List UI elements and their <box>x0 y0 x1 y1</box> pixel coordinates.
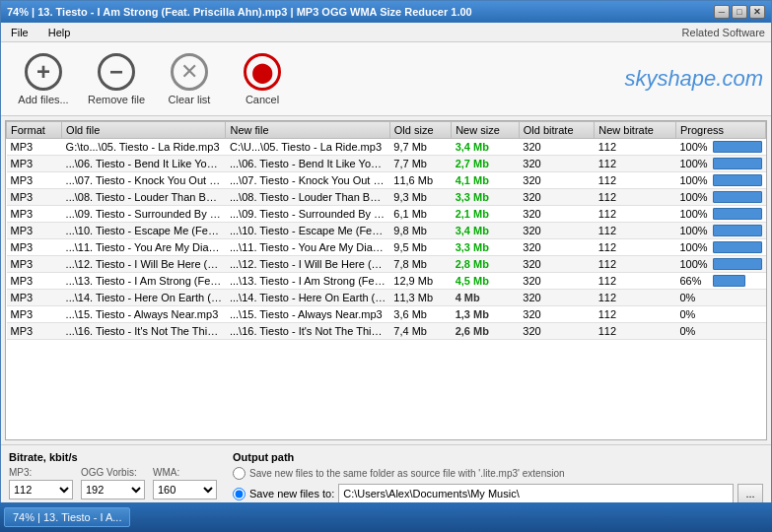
add-files-button[interactable]: + Add files... <box>9 48 78 109</box>
cell-format: MP3 <box>7 239 62 256</box>
cell-old-size: 3,6 Mb <box>389 306 451 323</box>
cell-old-bitrate: 320 <box>519 256 594 273</box>
minimize-button[interactable]: ─ <box>714 5 730 19</box>
remove-file-button[interactable]: − Remove file <box>82 48 151 109</box>
mp3-select[interactable]: 112 <box>9 480 73 499</box>
progress-bar-fill <box>713 208 762 220</box>
table-row[interactable]: MP3 ...\08. Tiesto - Louder Than Boon ..… <box>7 189 766 206</box>
output-radio-2-label: Save new files to: <box>249 488 334 499</box>
table-row[interactable]: MP3 G:\to...\05. Tiesto - La Ride.mp3 C:… <box>7 139 766 156</box>
progress-bar-fill <box>713 158 762 169</box>
table-row[interactable]: MP3 ...\09. Tiesto - Surrounded By Lig..… <box>7 206 766 223</box>
cell-old-bitrate: 320 <box>519 189 594 206</box>
cell-new-size: 4 Mb <box>452 290 520 306</box>
table-row[interactable]: MP3 ...\14. Tiesto - Here On Earth (Fe..… <box>7 290 766 306</box>
cell-new-bitrate: 112 <box>595 139 676 156</box>
table-scroll[interactable]: Format Old file New file Old size New si… <box>6 121 766 439</box>
wma-label: WMA: <box>153 467 217 478</box>
cell-new-file: ...\15. Tiesto - Always Near.mp3 <box>226 306 389 323</box>
output-path-input[interactable] <box>338 484 734 503</box>
cell-progress: 100% <box>676 189 766 206</box>
cell-progress: 100% <box>676 156 766 172</box>
wma-bitrate-group: WMA: 160 <box>153 467 217 499</box>
cell-format: MP3 <box>7 189 62 206</box>
cell-old-size: 9,8 Mb <box>389 223 451 239</box>
table-row[interactable]: MP3 ...\06. Tiesto - Bend It Like You D.… <box>7 156 766 172</box>
clear-list-button[interactable]: ✕ Clear list <box>155 48 224 109</box>
window-title: 74% | 13. Tiesto - I Am Strong (Feat. Pr… <box>7 6 472 18</box>
cell-new-bitrate: 112 <box>595 290 676 306</box>
table-row[interactable]: MP3 ...\07. Tiesto - Knock You Out (Fe..… <box>7 172 766 189</box>
cell-format: MP3 <box>7 256 62 273</box>
cancel-button[interactable]: ⬤ Cancel <box>228 48 297 109</box>
output-radio-1[interactable] <box>233 467 246 480</box>
add-files-label: Add files... <box>18 94 68 105</box>
related-software-link[interactable]: Related Software <box>682 27 765 38</box>
progress-bar-fill <box>713 174 762 186</box>
table-row[interactable]: MP3 ...\10. Tiesto - Escape Me (Feat....… <box>7 223 766 239</box>
table-row[interactable]: MP3 ...\12. Tiesto - I Will Be Here (Fe.… <box>7 256 766 273</box>
cell-old-bitrate: 320 <box>519 206 594 223</box>
cell-old-size: 9,5 Mb <box>389 239 451 256</box>
table-row[interactable]: MP3 ...\11. Tiesto - You Are My Diamo...… <box>7 239 766 256</box>
cell-new-size: 4,5 Mb <box>452 273 520 290</box>
cell-new-size: 3,3 Mb <box>452 239 520 256</box>
table-row[interactable]: MP3 ...\16. Tiesto - It's Not The Thing.… <box>7 323 766 340</box>
wma-select[interactable]: 160 <box>153 480 217 499</box>
cell-progress: 100% <box>676 139 766 156</box>
cell-new-bitrate: 112 <box>595 256 676 273</box>
cell-old-size: 9,3 Mb <box>389 189 451 206</box>
progress-text: 100% <box>680 141 710 153</box>
cancel-circle-icon: ⬤ <box>244 53 281 91</box>
progress-text: 100% <box>680 158 710 169</box>
ogg-label: OGG Vorbis: <box>81 467 145 478</box>
cell-new-size: 2,1 Mb <box>452 206 520 223</box>
cell-new-file: C:\U...\05. Tiesto - La Ride.mp3 <box>226 139 389 156</box>
menu-file[interactable]: File <box>7 25 33 40</box>
cell-progress: 100% <box>676 223 766 239</box>
table-row[interactable]: MP3 ...\15. Tiesto - Always Near.mp3 ...… <box>7 306 766 323</box>
taskbar-item[interactable]: 74% | 13. Tiesto - I A... <box>4 507 130 527</box>
close-button[interactable]: ✕ <box>749 5 765 19</box>
cell-old-bitrate: 320 <box>519 306 594 323</box>
progress-bar-fill <box>713 191 762 203</box>
cell-old-bitrate: 320 <box>519 172 594 189</box>
cell-new-bitrate: 112 <box>595 239 676 256</box>
cell-old-bitrate: 320 <box>519 239 594 256</box>
remove-circle-icon: − <box>98 53 135 91</box>
cell-format: MP3 <box>7 172 62 189</box>
cell-new-bitrate: 112 <box>595 156 676 172</box>
table-row[interactable]: MP3 ...\13. Tiesto - I Am Strong (Feat..… <box>7 273 766 290</box>
menu-help[interactable]: Help <box>44 25 75 40</box>
cell-old-bitrate: 320 <box>519 156 594 172</box>
progress-bar-fill <box>713 141 762 153</box>
cell-old-file: ...\09. Tiesto - Surrounded By Lig... <box>62 206 226 223</box>
cancel-icon-wrap: ⬤ <box>243 52 282 92</box>
cell-format: MP3 <box>7 323 62 340</box>
clear-circle-icon: ✕ <box>171 53 208 91</box>
cell-new-file: ...\12. Tiesto - I Will Be Here (Fe... <box>226 256 389 273</box>
cell-new-file: ...\09. Tiesto - Surrounded By Lig... <box>226 206 389 223</box>
bitrate-controls: MP3: 112 OGG Vorbis: 192 WMA: <box>9 467 217 499</box>
progress-text: 100% <box>680 241 710 253</box>
cell-new-file: ...\11. Tiesto - You Are My Diamo... <box>226 239 389 256</box>
maximize-button[interactable]: □ <box>732 5 747 19</box>
cell-progress: 0% <box>676 323 766 340</box>
output-radio-1-label: Save new files to the same folder as sou… <box>249 468 565 479</box>
browse-button[interactable]: ... <box>737 484 763 503</box>
cell-new-bitrate: 112 <box>595 206 676 223</box>
ogg-select[interactable]: 192 <box>81 480 145 499</box>
output-radio-2[interactable] <box>233 488 246 500</box>
progress-text: 100% <box>680 258 710 270</box>
progress-text: 0% <box>680 308 710 320</box>
progress-text: 100% <box>680 208 710 220</box>
add-icon: + <box>24 52 63 92</box>
cell-progress: 100% <box>676 172 766 189</box>
cell-old-file: ...\14. Tiesto - Here On Earth (Fe... <box>62 290 226 306</box>
file-table-container: Format Old file New file Old size New si… <box>5 120 767 440</box>
output-option-1: Save new files to the same folder as sou… <box>233 467 763 480</box>
cell-old-file: ...\16. Tiesto - It's Not The Thing... <box>62 323 226 340</box>
output-section: Output path Save new files to the same f… <box>233 451 763 503</box>
remove-icon: − <box>97 52 136 92</box>
cell-old-file: ...\10. Tiesto - Escape Me (Feat.... <box>62 223 226 239</box>
